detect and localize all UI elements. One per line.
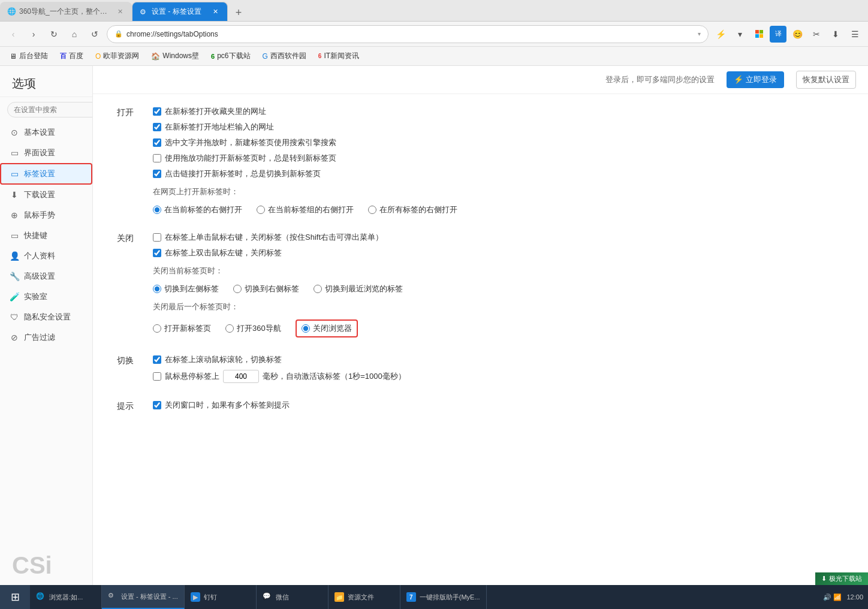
open-radio-input-3[interactable] <box>368 206 376 214</box>
taskbar-item-helper[interactable]: 7 一键排版助手(MyE... <box>400 585 487 609</box>
open-checkbox-4[interactable] <box>153 154 161 162</box>
sidebar-item-basic[interactable]: ⊙ 基本设置 <box>0 122 92 143</box>
sidebar-item-tabs[interactable]: ▭ 标签设置 <box>0 163 92 185</box>
open-radio-2[interactable]: 在当前标签组的右侧打开 <box>257 204 354 215</box>
tab-2[interactable]: ⚙ 设置 - 标签设置 ✕ <box>132 2 228 21</box>
sidebar-item-interface[interactable]: ▭ 界面设置 <box>0 143 92 163</box>
close-last-radio-input-3[interactable] <box>302 324 310 333</box>
sidebar-item-mouse[interactable]: ⊕ 鼠标手势 <box>0 205 92 225</box>
scissors-button[interactable]: ✂ <box>808 26 825 43</box>
sidebar-item-advanced[interactable]: 🔧 高级设置 <box>0 266 92 287</box>
user-button[interactable]: 😊 <box>789 26 806 43</box>
bookmark-windows[interactable]: 🏠 Windows壁 <box>146 49 204 63</box>
sidebar-title-area: 选项 <box>0 66 92 97</box>
watermark-icon: ⬇ <box>821 575 827 583</box>
extensions-chevron[interactable]: ▾ <box>731 26 748 43</box>
close-radio-group-2: 打开新标签页 打开360导航 关闭浏览器 <box>153 319 844 337</box>
close-radio-3-text: 切换到最近浏览的标签 <box>325 284 403 294</box>
sidebar-item-adblock[interactable]: ⊘ 广告过滤 <box>0 327 92 348</box>
translate-button[interactable]: 译 <box>770 26 786 43</box>
taskbar-item-settings[interactable]: ⚙ 设置 - 标签设置 - ... <box>102 585 185 609</box>
open-checkbox-1[interactable] <box>153 107 161 116</box>
close-last-radio-input-2[interactable] <box>225 324 234 333</box>
sidebar-item-hotkey[interactable]: ▭ 快捷键 <box>0 225 92 246</box>
address-bar[interactable]: 🔒 chrome://settings/tabOptions ▾ <box>107 25 709 43</box>
download-nav-button[interactable]: ⬇ <box>827 26 844 43</box>
open-radio-3-text: 在所有标签的右侧打开 <box>379 204 457 215</box>
close-radio-input-3[interactable] <box>314 285 322 293</box>
menu-button[interactable]: ☰ <box>846 26 863 43</box>
close-radio-1[interactable]: 切换到左侧标签 <box>153 284 219 294</box>
open-radio-input-2[interactable] <box>257 206 265 214</box>
bookmark-diangtai[interactable]: 🖥 后台登陆 <box>5 49 53 63</box>
open-radio-3[interactable]: 在所有标签的右侧打开 <box>368 204 457 215</box>
taskbar-files-label: 资源文件 <box>348 593 374 602</box>
section-open-label: 打开 <box>117 106 153 215</box>
windows-squares-button[interactable] <box>751 26 767 43</box>
switch-option-1: 在标签上滚动鼠标滚轮，切换标签 <box>153 354 844 365</box>
bookmark-xixi[interactable]: G 西西软件园 <box>258 49 311 63</box>
bookmark-icon-diangtai: 🖥 <box>10 52 17 61</box>
advanced-settings-icon: 🔧 <box>10 272 19 281</box>
back-button[interactable]: ‹ <box>5 26 22 43</box>
sidebar-item-profile[interactable]: 👤 个人资料 <box>0 246 92 266</box>
bookmark-baidu[interactable]: 百 百度 <box>55 49 88 63</box>
mouse-settings-icon: ⊕ <box>10 210 19 220</box>
close-radio-3[interactable]: 切换到最近浏览的标签 <box>314 284 403 294</box>
address-text: chrome://settings/tabOptions <box>126 30 694 38</box>
close-checkbox-2[interactable] <box>153 249 161 257</box>
open-radio-1[interactable]: 在当前标签的右侧打开 <box>153 204 242 215</box>
login-tip: 登录后，即可多端同步您的设置 <box>605 74 715 85</box>
sidebar-page-title: 选项 <box>12 76 36 92</box>
sidebar-search-container <box>0 97 92 122</box>
forward-button[interactable]: › <box>25 26 42 43</box>
close-checkbox-1[interactable] <box>153 233 161 242</box>
close-last-radio-2[interactable]: 打开360导航 <box>225 323 281 334</box>
sidebar-item-lab[interactable]: 🧪 实验室 <box>0 287 92 307</box>
bookmark-pc6[interactable]: 6 pc6下载站 <box>206 49 255 63</box>
sidebar-item-mouse-label: 鼠标手势 <box>24 210 55 221</box>
section-open: 打开 在新标签打开收藏夹里的网址 在新标签打开地址栏输入的网址 选中文字并 <box>117 106 844 215</box>
close-radio-input-1[interactable] <box>153 285 161 293</box>
home-button[interactable]: ⌂ <box>66 26 83 43</box>
new-tab-button[interactable]: + <box>230 4 247 21</box>
close-radio-input-2[interactable] <box>233 285 242 293</box>
switch-checkbox-1[interactable] <box>153 355 161 364</box>
tab-1[interactable]: 🌐 360导航_一个主页，整个世界 ✕ <box>0 2 132 21</box>
open-option-4: 使用拖放功能打开新标签页时，总是转到新标签页 <box>153 153 844 164</box>
close-last-radio-input-1[interactable] <box>153 324 161 333</box>
open-checkbox-5[interactable] <box>153 170 161 178</box>
close-last-radio-3[interactable]: 关闭浏览器 <box>296 319 358 337</box>
hint-checkbox-1[interactable] <box>153 401 161 409</box>
sidebar-item-privacy[interactable]: 🛡 隐私安全设置 <box>0 307 92 327</box>
open-option-5: 点击链接打开新标签时，总是切换到新标签页 <box>153 168 844 179</box>
close-last-radio-1-text: 打开新标签页 <box>164 323 211 334</box>
bookmark-icon-xixi: G <box>263 52 268 61</box>
reload-button[interactable]: ↻ <box>46 26 62 43</box>
taskbar-item-browser[interactable]: 🌐 浏览器:如... <box>30 585 102 609</box>
tab-2-close[interactable]: ✕ <box>210 7 220 17</box>
taskbar-start-button[interactable]: ⊞ <box>0 585 30 609</box>
close-last-radio-1[interactable]: 打开新标签页 <box>153 323 211 334</box>
bookmark-it[interactable]: 6 IT新闻资讯 <box>314 49 364 63</box>
login-button[interactable]: ⚡ 立即登录 <box>727 71 784 88</box>
open-radio-input-1[interactable] <box>153 206 161 214</box>
hotkey-settings-icon: ▭ <box>10 231 19 240</box>
settings-search-input[interactable] <box>7 102 93 117</box>
section-open-content: 在新标签打开收藏夹里的网址 在新标签打开地址栏输入的网址 选中文字并拖放时，新建… <box>153 106 844 215</box>
open-checkbox-3[interactable] <box>153 138 161 147</box>
open-checkbox-2[interactable] <box>153 123 161 131</box>
bookmark-oufei[interactable]: O 欧菲资源网 <box>91 49 144 63</box>
taskbar-item-wechat[interactable]: 💬 微信 <box>257 585 328 609</box>
switch-checkbox-2[interactable] <box>153 372 161 381</box>
taskbar-item-dingding[interactable]: ▶ 钉钉 <box>185 585 257 609</box>
switch-ms-label: 毫秒，自动激活该标签（1秒=1000毫秒） <box>263 371 406 382</box>
tab-1-close[interactable]: ✕ <box>115 7 125 16</box>
prev-page-button[interactable]: ↺ <box>86 26 103 43</box>
close-radio-2[interactable]: 切换到右侧标签 <box>233 284 299 294</box>
sidebar-item-download[interactable]: ⬇ 下载设置 <box>0 185 92 205</box>
hover-delay-input[interactable] <box>223 370 259 383</box>
restore-defaults-button[interactable]: 恢复默认设置 <box>796 71 856 89</box>
extensions-button[interactable]: ⚡ <box>712 26 729 43</box>
taskbar-item-files[interactable]: 📁 资源文件 <box>328 585 400 609</box>
